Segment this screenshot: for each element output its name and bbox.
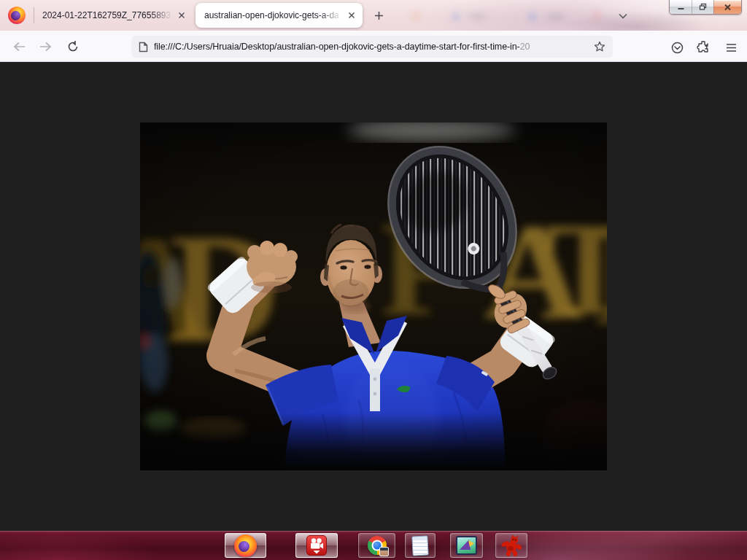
taskbar-firefox-button[interactable] [225,533,266,558]
browser-tab-bar: 2024-01-22T162759Z_77655893_UP1 australi… [0,0,747,31]
taskbar-video-app-button[interactable] [295,533,338,558]
forward-button[interactable] [36,38,54,55]
close-window-button[interactable] [713,0,741,14]
firefox-app-icon [8,7,26,24]
taskbar-chrome-window-button[interactable] [358,533,395,558]
url-bar[interactable]: file:///C:/Users/Hruaia/Desktop/australi… [131,36,613,58]
taskbar-red-creature-app-button[interactable] [495,533,527,558]
page-content: A D P A T I [0,63,747,531]
url-truncated-tail: 20 [520,42,530,52]
tab-title: australian-open-djokovic-gets-a-da [204,10,345,20]
chrome-icon [368,536,387,555]
tab-inactive[interactable]: 2024-01-22T162759Z_77655893_UP1 [34,0,193,31]
reload-button[interactable] [64,38,82,55]
list-all-tabs-button[interactable] [616,9,630,23]
extensions-puzzle-icon[interactable] [694,38,712,55]
url-main: file:///C:/Users/Hruaia/Desktop/australi… [154,42,520,52]
tab-active[interactable]: australian-open-djokovic-gets-a-da [196,3,363,28]
tab-title: 2024-01-22T162759Z_77655893_UP1 [42,10,175,20]
aero-glass-reflections [394,6,613,26]
firefox-icon [234,534,257,557]
url-text: file:///C:/Users/Hruaia/Desktop/australi… [154,42,588,52]
video-camera-download-icon [306,535,327,556]
close-icon[interactable] [345,9,358,22]
djokovic-photo: A D P A T I [140,122,607,470]
photo-thumbnail-icon [456,536,477,555]
page-icon [139,42,148,52]
taskbar-notepad-button[interactable] [405,533,436,558]
menu-hamburger-icon[interactable] [722,39,740,56]
red-creature-icon [500,534,522,556]
back-button[interactable] [10,38,28,55]
notepad-icon [411,535,428,556]
minimize-button[interactable] [670,0,692,14]
bookmark-star-icon[interactable] [594,41,605,52]
windows-taskbar: e W [0,531,747,560]
window-controls [669,0,742,15]
restore-button[interactable] [692,0,713,14]
pocket-icon[interactable] [668,39,686,56]
new-tab-button[interactable] [369,6,388,25]
desktop-screen: 2024-01-22T162759Z_77655893_UP1 australi… [0,0,747,560]
close-icon[interactable] [175,9,188,22]
taskbar-photo-viewer-button[interactable] [450,533,483,558]
profile-photo-overlay [379,547,389,556]
browser-nav-toolbar: file:///C:/Users/Hruaia/Desktop/australi… [0,31,747,62]
